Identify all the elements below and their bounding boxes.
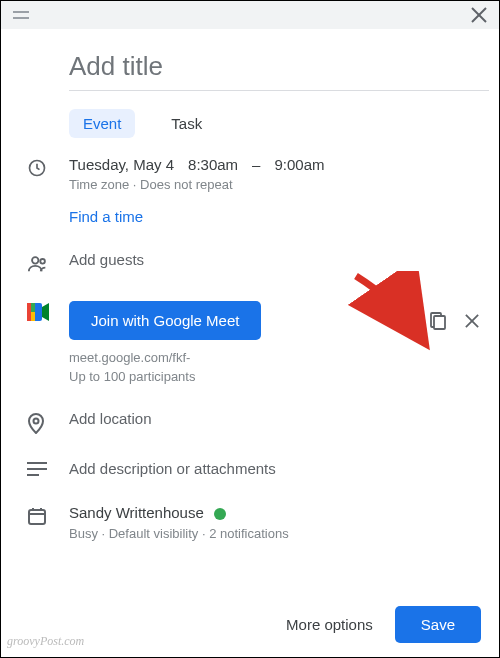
organizer-name: Sandy Writtenhouse [69, 504, 204, 521]
google-meet-icon [11, 301, 69, 321]
start-time[interactable]: 8:30am [188, 156, 238, 173]
date-text[interactable]: Tuesday, May 4 [69, 156, 174, 173]
description-icon [11, 460, 69, 476]
timezone-repeat[interactable]: Time zone · Does not repeat [69, 177, 489, 192]
save-button[interactable]: Save [395, 606, 481, 643]
svg-point-6 [40, 259, 45, 264]
more-options-button[interactable]: More options [286, 616, 373, 633]
location-icon [11, 410, 69, 434]
svg-point-15 [34, 419, 39, 424]
svg-rect-12 [434, 316, 445, 329]
find-a-time-link[interactable]: Find a time [69, 208, 489, 225]
title-bar [1, 1, 499, 29]
add-guests-text[interactable]: Add guests [69, 251, 144, 268]
svg-rect-19 [29, 510, 45, 524]
guests-row[interactable]: Add guests [11, 243, 489, 283]
time-separator: – [252, 156, 260, 173]
location-row[interactable]: Add location [11, 402, 489, 442]
svg-rect-10 [27, 303, 31, 321]
description-row[interactable]: Add description or attachments [11, 452, 489, 486]
add-location-text[interactable]: Add location [69, 410, 152, 427]
tab-task[interactable]: Task [157, 109, 216, 138]
title-input[interactable] [69, 47, 489, 91]
watermark: groovyPost.com [7, 634, 84, 649]
tab-event[interactable]: Event [69, 109, 135, 138]
end-time[interactable]: 9:00am [274, 156, 324, 173]
close-icon[interactable] [471, 7, 487, 23]
meet-participants-limit: Up to 100 participants [69, 369, 489, 384]
drag-handle-icon[interactable] [13, 10, 29, 20]
meet-row: Join with Google Meet meet.google.com/fk… [11, 293, 489, 392]
organizer-row[interactable]: Sandy Writtenhouse Busy · Default visibi… [11, 496, 489, 549]
svg-point-5 [32, 257, 38, 263]
calendar-icon [11, 504, 69, 526]
organizer-sub[interactable]: Busy · Default visibility · 2 notificati… [69, 526, 489, 541]
copy-link-icon[interactable] [429, 311, 447, 331]
status-dot-icon [214, 508, 226, 520]
svg-marker-11 [42, 303, 49, 321]
people-icon [11, 251, 69, 275]
join-google-meet-button[interactable]: Join with Google Meet [69, 301, 261, 340]
meet-link: meet.google.com/fkf- [69, 350, 489, 365]
remove-meet-icon[interactable] [465, 314, 479, 328]
datetime-row[interactable]: Tuesday, May 4 8:30am – 9:00am Time zone… [11, 148, 489, 233]
clock-icon [11, 156, 69, 178]
add-description-text[interactable]: Add description or attachments [69, 460, 276, 477]
